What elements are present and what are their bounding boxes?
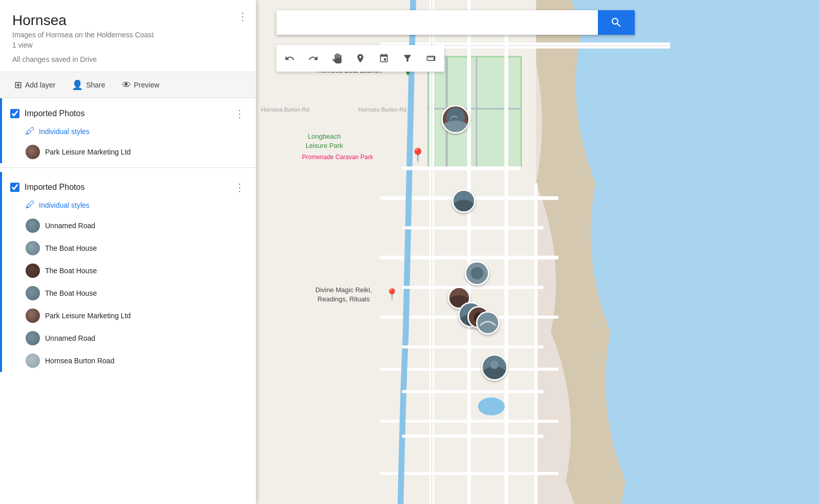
share-icon: 👤 — [72, 79, 83, 91]
header-more-button[interactable]: ⋮ — [238, 10, 248, 23]
hotel-marker: 📍 — [410, 147, 426, 163]
add-layer-button[interactable]: ⊞ Add layer — [12, 76, 57, 94]
layer-2-title: Imported Photos — [25, 183, 226, 192]
style-icon-2: 🖊 — [26, 200, 35, 210]
layer-2-header: Imported Photos ⋮ — [2, 172, 256, 199]
layer-1-checkbox[interactable] — [10, 109, 19, 118]
photo-marker-8[interactable] — [481, 354, 508, 381]
photo-marker-1[interactable] — [441, 105, 470, 134]
hand-button[interactable] — [326, 47, 348, 70]
layer-2-thumb-2 — [26, 241, 40, 255]
path-button[interactable] — [373, 47, 395, 70]
burton-rd-label-2: Hornsea Burton Rd — [358, 106, 406, 113]
page-subtitle: Images of Hornsea on the Holderness Coas… — [12, 31, 244, 39]
layer-1-thumb-1 — [26, 145, 40, 159]
layer-2-item-2: The Boat House — [2, 237, 256, 259]
page-title: Hornsea — [12, 12, 244, 29]
caravan-label: Promenade Caravan Park — [302, 154, 373, 161]
burton-rd-label-1: Hornsea Burton Rd — [261, 106, 309, 113]
layer-2-checkbox[interactable] — [10, 183, 19, 192]
svg-point-21 — [478, 398, 505, 415]
layer-2-thumb-7 — [26, 354, 40, 368]
style-icon-1: 🖊 — [26, 126, 35, 137]
sidebar-content[interactable]: Imported Photos ⋮ 🖊 Individual styles Pa… — [0, 98, 256, 504]
photo-marker-2[interactable] — [452, 189, 476, 213]
layer-2-thumb-3 — [26, 264, 40, 278]
layer-divider — [0, 167, 256, 168]
layer-2-item-7: Hornsea Burton Road — [2, 349, 256, 372]
layer-2-item-6: Unnamed Road — [2, 327, 256, 349]
eye-icon: 👁 — [122, 80, 131, 91]
redo-button[interactable] — [302, 47, 325, 70]
sidebar-header: Hornsea Images of Hornsea on the Holdern… — [0, 0, 256, 72]
ruler-button[interactable] — [420, 47, 442, 70]
marker-button[interactable] — [349, 47, 372, 70]
layer-2-thumb-4 — [26, 286, 40, 300]
layer-2-section: Imported Photos ⋮ 🖊 Individual styles Un… — [0, 172, 256, 372]
search-icon — [610, 16, 622, 29]
layer-2-item-1: Unnamed Road — [2, 214, 256, 237]
sidebar-actions: ⊞ Add layer 👤 Share 👁 Preview — [0, 72, 256, 98]
sidebar: Hornsea Images of Hornsea on the Holdern… — [0, 0, 256, 504]
layer-1-title: Imported Photos — [25, 109, 226, 118]
layer-2-thumb-5 — [26, 309, 40, 323]
divine-magic-label: Divine Magic Reiki,Readings, Rituals — [315, 286, 372, 304]
layer-2-more-button[interactable]: ⋮ — [231, 180, 248, 194]
layer-2-individual-styles[interactable]: 🖊 Individual styles — [2, 199, 256, 214]
preview-button[interactable]: 👁 Preview — [120, 77, 162, 94]
layers-icon: ⊞ — [14, 79, 22, 91]
svg-point-38 — [490, 361, 499, 369]
share-button[interactable]: 👤 Share — [70, 76, 107, 94]
svg-point-31 — [471, 267, 483, 279]
photo-marker-7[interactable] — [476, 311, 500, 335]
layer-1-individual-styles[interactable]: 🖊 Individual styles — [2, 125, 256, 141]
park-label: LongbeachLeisure Park — [306, 132, 343, 150]
layer-2-thumb-6 — [26, 331, 40, 345]
toolbar — [276, 45, 444, 72]
search-input[interactable] — [276, 10, 598, 35]
search-bar — [276, 10, 635, 35]
layer-2-thumb-1 — [26, 218, 40, 233]
saved-status: All changes saved in Drive — [12, 55, 244, 63]
photo-marker-3[interactable] — [465, 261, 489, 286]
undo-button[interactable] — [278, 47, 301, 70]
layer-1-section: Imported Photos ⋮ 🖊 Individual styles Pa… — [0, 98, 256, 163]
search-button[interactable] — [598, 10, 635, 35]
layer-2-item-4: The Boat House — [2, 282, 256, 304]
layer-2-item-5: Park Leisure Marketing Ltd — [2, 304, 256, 327]
layer-2-item-3: The Boat House — [2, 259, 256, 282]
views-count: 1 view — [12, 41, 244, 49]
divine-magic-marker: 📍 — [385, 288, 399, 301]
layer-1-item-1: Park Leisure Marketing Ltd — [2, 141, 256, 163]
layer-1-more-button[interactable]: ⋮ — [231, 106, 248, 121]
layer-1-header: Imported Photos ⋮ — [2, 98, 256, 125]
svg-rect-36 — [478, 313, 498, 333]
filter-button[interactable] — [396, 47, 419, 70]
